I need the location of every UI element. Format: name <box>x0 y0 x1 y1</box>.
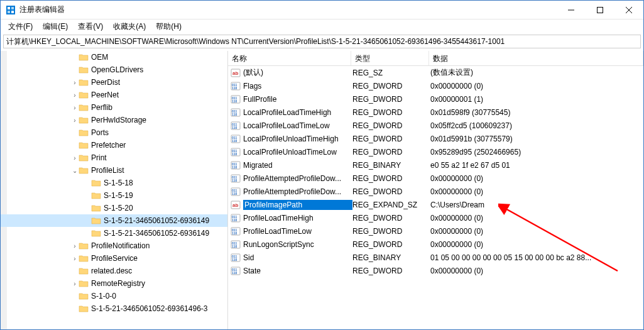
value-name: ProfileAttemptedProfileDow... <box>243 187 352 196</box>
value-row[interactable]: 011110LocalProfileUnloadTimeLowREG_DWORD… <box>228 145 643 158</box>
tree-item[interactable]: S-1-0-0 <box>1 290 227 302</box>
value-name: (默认) <box>243 67 352 78</box>
value-type: REG_DWORD <box>352 108 430 117</box>
maximize-button[interactable] <box>586 1 614 19</box>
expand-icon[interactable]: › <box>71 92 79 99</box>
tree-item[interactable]: ›PerHwIdStorage <box>1 114 227 126</box>
tree-item[interactable]: ›PeerNet <box>1 89 227 101</box>
column-name[interactable]: 名称 <box>228 51 351 65</box>
value-type: REG_SZ <box>352 69 430 77</box>
content-area: OEMOpenGLDrivers›PeerDist›PeerNet›Perfli… <box>1 51 643 329</box>
tree-pane[interactable]: OEMOpenGLDrivers›PeerDist›PeerNet›Perfli… <box>1 51 228 329</box>
expand-icon[interactable]: › <box>71 280 79 287</box>
tree-item[interactable]: related.desc <box>1 265 227 277</box>
tree-item[interactable]: ›PeerDist <box>1 76 227 89</box>
menu-file[interactable]: 文件(F) <box>3 20 38 33</box>
tree-item[interactable]: S-1-5-19 <box>1 189 227 202</box>
tree-item[interactable]: Prefetcher <box>1 139 227 151</box>
value-name: Flags <box>243 82 352 91</box>
tree-item-label: OEM <box>91 53 108 62</box>
folder-icon <box>79 153 89 163</box>
address-bar[interactable]: 计算机\HKEY_LOCAL_MACHINE\SOFTWARE\Microsof… <box>3 35 641 48</box>
svg-rect-3 <box>8 11 10 13</box>
value-type: REG_DWORD <box>352 187 430 196</box>
tree-item[interactable]: S-1-5-21-3465061052-6936149 <box>1 214 227 227</box>
expand-icon[interactable]: › <box>71 243 79 250</box>
column-data[interactable]: 数据 <box>429 51 643 65</box>
value-type: REG_BINARY <box>352 161 430 170</box>
value-row[interactable]: 011110LocalProfileLoadTimeLowREG_DWORD0x… <box>228 119 643 132</box>
menu-favorites[interactable]: 收藏夹(A) <box>108 20 151 33</box>
value-row[interactable]: 011110FullProfileREG_DWORD0x00000001 (1) <box>228 92 643 106</box>
value-type: REG_EXPAND_SZ <box>352 201 430 209</box>
folder-icon <box>79 128 89 138</box>
value-data: 0x00000000 (0) <box>430 240 643 249</box>
menu-help[interactable]: 帮助(H) <box>151 20 187 33</box>
menu-edit[interactable]: 编辑(E) <box>38 20 73 33</box>
list-pane: 名称 类型 数据 ab(默认)REG_SZ(数值未设置)011110FlagsR… <box>228 51 643 329</box>
svg-rect-6 <box>598 7 603 13</box>
value-data: 0x95289d95 (2502466965) <box>430 148 643 157</box>
value-row[interactable]: 011110MigratedREG_BINARYe0 55 a2 1f e2 6… <box>228 158 643 172</box>
value-row[interactable]: abProfileImagePathREG_EXPAND_SZC:\Users\… <box>228 198 643 211</box>
value-type: REG_DWORD <box>352 148 430 157</box>
column-type[interactable]: 类型 <box>351 51 429 65</box>
folder-icon <box>79 90 89 100</box>
tree-item[interactable]: ›ProfileService <box>1 252 227 265</box>
tree-item-label: Ports <box>91 128 109 137</box>
binary-value-icon: 011110 <box>231 81 241 91</box>
svg-text:110: 110 <box>232 245 237 248</box>
value-row[interactable]: 011110ProfileAttemptedProfileDow...REG_D… <box>228 172 643 185</box>
tree-item[interactable]: S-1-5-21-3465061052-6936149 <box>1 227 227 239</box>
tree-item[interactable]: ›Perflib <box>1 101 227 114</box>
svg-text:ab: ab <box>232 70 238 76</box>
svg-text:110: 110 <box>232 231 237 235</box>
svg-text:110: 110 <box>232 218 237 222</box>
tree-item-label: PerHwIdStorage <box>91 116 146 124</box>
tree-item[interactable]: S-1-5-21-3465061052-69361496-3 <box>1 302 227 315</box>
value-row[interactable]: 011110ProfileLoadTimeLowREG_DWORD0x00000… <box>228 224 643 238</box>
value-row[interactable]: 011110LocalProfileLoadTimeHighREG_DWORD0… <box>228 106 643 119</box>
list-header: 名称 类型 数据 <box>228 51 643 66</box>
value-row[interactable]: 011110SidREG_BINARY01 05 00 00 00 00 00 … <box>228 251 643 264</box>
value-data: 0x00000000 (0) <box>430 267 643 275</box>
tree-item-label: ProfileNotification <box>91 241 150 250</box>
value-row[interactable]: 011110LocalProfileUnloadTimeHighREG_DWOR… <box>228 132 643 145</box>
expand-icon[interactable]: › <box>71 104 79 111</box>
value-row[interactable]: 011110ProfileLoadTimeHighREG_DWORD0x0000… <box>228 211 643 224</box>
tree-item[interactable]: OpenGLDrivers <box>1 63 227 76</box>
value-row[interactable]: 011110StateREG_DWORD0x00000000 (0) <box>228 264 643 277</box>
tree-item[interactable]: S-1-5-20 <box>1 202 227 214</box>
value-row[interactable]: ab(默认)REG_SZ(数值未设置) <box>228 66 643 79</box>
value-row[interactable]: 011110FlagsREG_DWORD0x00000000 (0) <box>228 79 643 92</box>
minimize-button[interactable] <box>557 1 586 19</box>
list-body[interactable]: ab(默认)REG_SZ(数值未设置)011110FlagsREG_DWORD0… <box>228 66 643 329</box>
svg-text:110: 110 <box>232 192 237 195</box>
value-row[interactable]: 011110RunLogonScriptSyncREG_DWORD0x00000… <box>228 238 643 251</box>
collapse-icon[interactable]: ⌄ <box>71 167 79 174</box>
menu-view[interactable]: 查看(V) <box>73 20 108 33</box>
value-name: Migrated <box>243 161 352 170</box>
svg-rect-1 <box>8 7 10 9</box>
tree-item[interactable]: ⌄ProfileList <box>1 164 227 177</box>
window-title: 注册表编辑器 <box>19 4 557 15</box>
expand-icon[interactable]: › <box>71 117 79 124</box>
expand-icon[interactable]: › <box>71 155 79 162</box>
close-button[interactable] <box>614 1 643 19</box>
expand-icon[interactable]: › <box>71 79 79 86</box>
folder-icon <box>91 190 101 201</box>
tree-item[interactable]: ›RemoteRegistry <box>1 277 227 290</box>
tree-item[interactable]: ›ProfileNotification <box>1 239 227 252</box>
tree-item[interactable]: ›Print <box>1 151 227 164</box>
expand-icon[interactable]: › <box>71 255 79 262</box>
tree-item[interactable]: Ports <box>1 126 227 139</box>
value-row[interactable]: 011110ProfileAttemptedProfileDow...REG_D… <box>228 185 643 198</box>
value-data: e0 55 a2 1f e2 67 d5 01 <box>430 161 643 170</box>
folder-icon <box>79 65 89 75</box>
value-name: FullProfile <box>243 95 352 104</box>
tree-item[interactable]: OEM <box>1 51 227 63</box>
value-type: REG_DWORD <box>352 214 430 223</box>
address-text: 计算机\HKEY_LOCAL_MACHINE\SOFTWARE\Microsof… <box>6 36 505 47</box>
value-name: RunLogonScriptSync <box>243 240 352 249</box>
tree-item[interactable]: S-1-5-18 <box>1 177 227 189</box>
